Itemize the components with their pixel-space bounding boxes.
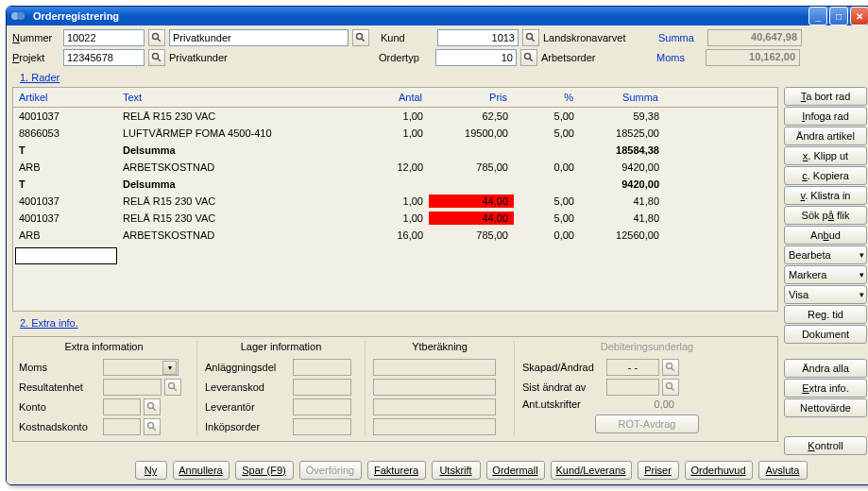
- regtid-button[interactable]: Reg. tid: [784, 305, 867, 324]
- maximize-button[interactable]: □: [829, 7, 848, 25]
- yt-input-2[interactable]: [373, 379, 496, 396]
- lager-info-head: Lager information: [205, 341, 357, 352]
- utskrift-button[interactable]: Utskrift: [432, 461, 481, 480]
- table-row[interactable]: 8866053LUFTVÄRMEP FOMA 4500-4101,0019500…: [13, 125, 777, 142]
- moms-combo[interactable]: ▾: [103, 359, 179, 376]
- fakturera-button[interactable]: Fakturera: [367, 461, 426, 480]
- table-row[interactable]: 4001037RELÄ R15 230 VAC1,0062,505,0059,3…: [13, 108, 777, 125]
- nummer-lookup-button[interactable]: [148, 29, 165, 46]
- inkop-input[interactable]: [293, 418, 351, 435]
- extra-info-panel: Extra information Moms▾ Resultatenhet Ko…: [12, 336, 778, 442]
- extrainfo-button[interactable]: Extra info.: [784, 379, 867, 398]
- section-extra-link[interactable]: 2. Extra info.: [20, 317, 778, 329]
- annullera-button[interactable]: Annullera: [173, 461, 230, 480]
- minimize-button[interactable]: _: [808, 7, 827, 25]
- kontroll-button[interactable]: Kontroll: [784, 436, 867, 455]
- klistra-button[interactable]: v. Klistra in: [784, 186, 867, 205]
- kostnad-input[interactable]: [103, 418, 141, 435]
- svg-point-12: [169, 383, 175, 389]
- artikel-edit-cell[interactable]: [15, 247, 117, 264]
- projekt-lookup-button[interactable]: [148, 49, 165, 66]
- kostnad-label: Kostnadskonto: [19, 421, 100, 432]
- ordermall-button[interactable]: Ordermall: [486, 461, 545, 480]
- section-rader-link[interactable]: 1. Rader: [20, 72, 867, 83]
- svg-line-21: [672, 388, 674, 391]
- moms-value: 10,162,00: [706, 49, 800, 66]
- andra-artikel-button[interactable]: Ändra artikel: [784, 127, 867, 145]
- skapad-input[interactable]: [606, 359, 659, 376]
- anlagg-input[interactable]: [293, 359, 351, 376]
- yt-input-4[interactable]: [373, 418, 496, 435]
- table-row[interactable]: 4001037RELÄ R15 230 VAC1,0044,005,0041,8…: [13, 210, 777, 227]
- andra-alla-button[interactable]: Ändra alla: [784, 359, 867, 378]
- kopiera-button[interactable]: c. Kopiera: [784, 166, 867, 185]
- nummer-text-input[interactable]: [169, 29, 349, 46]
- infoga-button[interactable]: Infoga rad: [784, 107, 867, 126]
- col-text[interactable]: Text: [117, 88, 363, 107]
- spar-button[interactable]: Spar (F9): [235, 461, 294, 480]
- sist-lookup[interactable]: [662, 379, 679, 396]
- svg-line-11: [530, 59, 533, 61]
- table-row[interactable]: TDelsumma9420,00: [13, 176, 777, 193]
- avsluta-button[interactable]: Avsluta: [758, 461, 808, 480]
- kund-input[interactable]: [437, 29, 519, 46]
- svg-point-8: [153, 54, 159, 59]
- ordertyp-input[interactable]: [435, 49, 517, 66]
- kund-label: Kund: [381, 32, 434, 43]
- kund-lookup-button[interactable]: [522, 29, 539, 46]
- content-area: Nummer Kund Landskronavarvet Summa 40,64…: [7, 25, 868, 485]
- bearbeta-button[interactable]: Bearbeta: [784, 246, 867, 264]
- table-row[interactable]: 4001037RELÄ R15 230 VAC1,0044,005,0041,8…: [13, 193, 777, 210]
- leverantor-input[interactable]: [293, 398, 351, 415]
- nummer-text-lookup-button[interactable]: [352, 29, 369, 46]
- konto-input[interactable]: [103, 398, 141, 415]
- dokument-button[interactable]: Dokument: [784, 325, 867, 344]
- side-button-column: Ta bort rad Infoga rad Ändra artikel x. …: [784, 87, 867, 455]
- app-icon: [10, 8, 26, 24]
- priser-button[interactable]: Priser: [638, 461, 679, 480]
- col-antal[interactable]: Antal: [363, 88, 429, 107]
- resultat-input[interactable]: [103, 379, 162, 396]
- col-artikel[interactable]: Artikel: [13, 88, 117, 107]
- visa-button[interactable]: Visa: [784, 285, 867, 304]
- col-summa[interactable]: Summa: [580, 88, 665, 107]
- sist-label: Sist ändrat av: [522, 381, 604, 393]
- klipp-button[interactable]: x. Klipp ut: [784, 146, 867, 165]
- kundlev-button[interactable]: Kund/Leverans: [551, 461, 632, 480]
- nettovarde-button[interactable]: Nettovärde: [784, 398, 867, 417]
- debitering-head: Debiteringsunderlag: [522, 341, 772, 352]
- tabort-button[interactable]: Ta bort rad: [784, 87, 867, 106]
- skapad-lookup[interactable]: [662, 359, 679, 376]
- levkod-input[interactable]: [293, 379, 351, 396]
- table-row[interactable]: ARBARBETSKOSTNAD12,00785,000,009420,00: [13, 159, 777, 176]
- kostnad-lookup[interactable]: [144, 418, 161, 435]
- table-row[interactable]: TDelsumma18584,38: [13, 142, 777, 159]
- ordertyp-lookup-button[interactable]: [520, 49, 537, 66]
- ordertyp-name: Arbetsorder: [541, 52, 653, 63]
- grid-body[interactable]: 4001037RELÄ R15 230 VAC1,0062,505,0059,3…: [13, 108, 777, 311]
- close-button[interactable]: ✕: [850, 7, 868, 25]
- table-row[interactable]: ARBARBETSKOSTNAD16,00785,000,0012560,00: [13, 227, 777, 244]
- yt-input-3[interactable]: [373, 398, 496, 415]
- nummer-input[interactable]: [63, 29, 145, 46]
- summa-link[interactable]: Summa: [658, 32, 704, 43]
- projekt-input[interactable]: [63, 49, 145, 66]
- markera-button[interactable]: Markera: [784, 265, 867, 284]
- col-pris[interactable]: Pris: [429, 88, 514, 107]
- resultat-lookup[interactable]: [164, 379, 181, 396]
- konto-lookup[interactable]: [144, 398, 161, 415]
- sist-input[interactable]: [606, 379, 659, 396]
- summa-value: 40,647,98: [707, 29, 802, 46]
- orderhuvud-button[interactable]: Orderhuvud: [685, 461, 753, 480]
- overforing-button[interactable]: Överföring: [299, 461, 362, 480]
- ny-button[interactable]: Ny: [135, 461, 167, 480]
- svg-line-17: [153, 428, 156, 431]
- sokflik-button[interactable]: Sök på flik: [784, 206, 867, 225]
- yt-input-1[interactable]: [373, 359, 496, 376]
- rot-avdrag-button[interactable]: ROT-Avdrag: [595, 415, 699, 433]
- svg-point-20: [667, 383, 672, 389]
- anbud-button[interactable]: Anbud: [784, 226, 867, 245]
- svg-point-6: [527, 34, 533, 40]
- col-procent[interactable]: %: [514, 88, 580, 107]
- moms-link[interactable]: Moms: [656, 52, 702, 63]
